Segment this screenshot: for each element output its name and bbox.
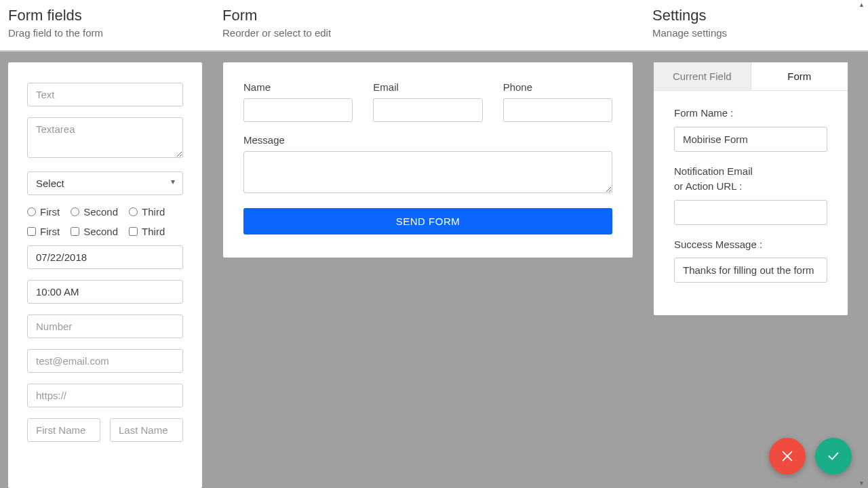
success-input[interactable] [674,258,827,283]
phone-label: Phone [503,81,612,93]
field-lastname[interactable] [110,418,183,442]
scroll-down-icon[interactable]: ▼ [859,480,865,487]
notif-label-line1: Notification Email [674,165,753,177]
checkbox-second[interactable] [71,227,79,236]
radio-label: Second [83,206,118,218]
field-date[interactable] [27,245,183,269]
send-form-button[interactable]: SEND FORM [243,208,612,235]
form-name-input[interactable] [674,127,827,152]
form-name-label: Form Name : [674,106,827,121]
notif-label-line2: or Action URL : [674,180,742,192]
field-url[interactable] [27,384,183,407]
tab-current-field[interactable]: Current Field [654,62,751,91]
cancel-button[interactable] [769,438,806,474]
field-select[interactable]: Select [27,171,183,195]
field-time[interactable] [27,280,183,304]
notification-input[interactable] [674,200,827,225]
fields-title: Form fields [8,7,222,24]
field-checkbox-group[interactable]: First Second Third [27,226,183,237]
checkbox-third[interactable] [129,227,138,236]
email-input[interactable] [373,98,482,122]
check-icon [826,449,841,464]
name-input[interactable] [243,98,353,122]
field-email[interactable] [27,349,183,373]
phone-input[interactable] [503,98,612,122]
notification-label: Notification Email or Action URL : [674,164,827,195]
fields-subtitle: Drag field to the form [8,27,222,39]
tab-form[interactable]: Form [751,62,848,91]
form-fields-panel: Select First Second Third First Second T… [8,62,202,488]
form-preview-panel: Name Email Phone Message SEND FORM [223,62,633,258]
scroll-up-icon[interactable]: ▲ [859,1,865,8]
field-textarea[interactable] [27,117,183,158]
confirm-button[interactable] [815,438,852,474]
radio-label: Third [142,206,165,218]
field-firstname[interactable] [27,418,100,442]
success-label: Success Message : [674,237,827,253]
radio-second[interactable] [71,207,79,216]
radio-third[interactable] [129,207,138,216]
settings-subtitle: Manage settings [652,27,868,39]
radio-label: First [40,206,60,218]
checkbox-label: First [40,226,60,237]
checkbox-first[interactable] [27,227,36,236]
field-radio-group[interactable]: First Second Third [27,206,183,218]
field-text[interactable] [27,83,183,106]
name-label: Name [243,81,353,93]
message-input[interactable] [243,151,612,193]
top-header: Form fields Drag field to the form Form … [0,0,868,52]
message-label: Message [243,134,612,146]
form-title: Form [222,7,652,24]
form-subtitle: Reorder or select to edit [222,27,652,39]
checkbox-label: Second [83,226,118,237]
field-number[interactable] [27,314,183,338]
checkbox-label: Third [142,226,165,237]
radio-first[interactable] [27,207,36,216]
settings-panel: Current Field Form Form Name : Notificat… [654,62,848,315]
email-label: Email [373,81,482,93]
settings-title: Settings [652,7,868,24]
close-icon [780,449,795,464]
